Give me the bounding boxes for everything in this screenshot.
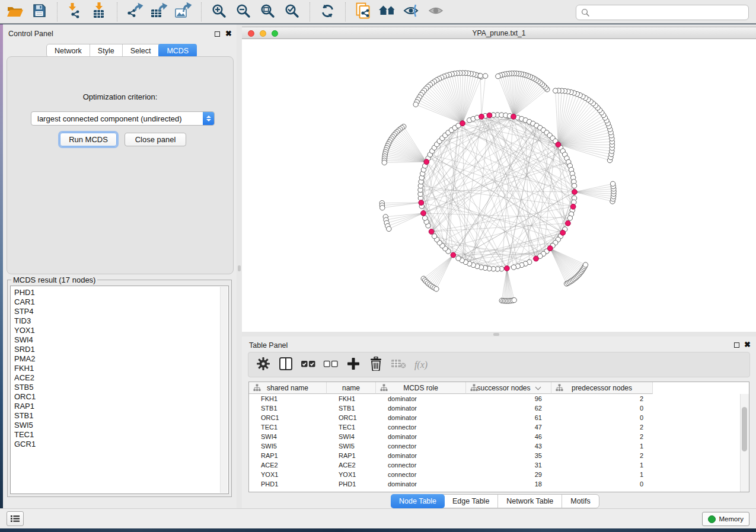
export-network-button[interactable]: [125, 2, 145, 22]
trash-button[interactable]: [367, 356, 385, 374]
zoom-in-button[interactable]: [209, 2, 229, 22]
graph-node[interactable]: [511, 265, 516, 270]
table-row[interactable]: FKH1FKH1dominator962: [249, 394, 741, 403]
graph-mcds-node[interactable]: [421, 210, 426, 216]
graph-node[interactable]: [423, 216, 428, 220]
tab-style[interactable]: Style: [90, 44, 123, 57]
graph-node[interactable]: [572, 183, 576, 188]
column-header-shared-name[interactable]: shared name: [249, 382, 327, 394]
table-row[interactable]: ACE2ACE2connector311: [249, 460, 741, 470]
table-row[interactable]: SWI5SWI5connector431: [249, 441, 741, 451]
graph-node[interactable]: [432, 234, 436, 239]
mcds-result-item[interactable]: CAR1: [11, 297, 228, 307]
refresh-layout-button[interactable]: [317, 2, 337, 22]
mcds-result-item[interactable]: GCR1: [11, 440, 228, 449]
deselect-all-button[interactable]: [322, 356, 340, 374]
mcds-result-item[interactable]: STB1: [11, 411, 228, 421]
graph-mcds-node[interactable]: [419, 200, 424, 206]
graph-mcds-node[interactable]: [479, 114, 484, 119]
vertical-splitter[interactable]: [237, 24, 242, 508]
graph-mcds-node[interactable]: [460, 121, 465, 126]
graph-mcds-node[interactable]: [556, 142, 561, 148]
save-session-button[interactable]: [29, 2, 49, 22]
table-row[interactable]: YOX1YOX1connector291: [249, 470, 741, 479]
column-header-successor-nodes[interactable]: successor nodes: [466, 382, 551, 394]
table-panel-float-button[interactable]: [734, 342, 739, 348]
mcds-result-item[interactable]: FKH1: [11, 364, 228, 373]
hide-eye-button[interactable]: [401, 2, 422, 22]
graph-mcds-node[interactable]: [424, 159, 429, 165]
graph-mcds-node[interactable]: [565, 221, 570, 226]
graph-mcds-node[interactable]: [547, 246, 553, 251]
table-scrollbar-thumb[interactable]: [742, 407, 747, 451]
graph-leaf-node[interactable]: [382, 160, 387, 165]
run-mcds-button[interactable]: Run MCDS: [60, 133, 117, 146]
tab-motifs[interactable]: Motifs: [562, 495, 598, 508]
graph-mcds-node[interactable]: [570, 204, 576, 209]
search-input[interactable]: [592, 8, 748, 17]
zoom-fit-button[interactable]: [257, 2, 277, 22]
add-button[interactable]: [344, 356, 362, 374]
table-row[interactable]: TEC1TEC1connector472: [249, 422, 741, 432]
select-all-button[interactable]: [299, 356, 317, 374]
graph-mcds-node[interactable]: [572, 190, 578, 195]
export-table-button[interactable]: [149, 2, 169, 22]
mcds-result-item[interactable]: SWI4: [11, 335, 228, 345]
graph-node[interactable]: [456, 256, 461, 261]
zoom-out-button[interactable]: [233, 2, 253, 22]
tab-mcds[interactable]: MCDS: [158, 44, 197, 57]
mcds-result-item[interactable]: RAP1: [11, 402, 228, 411]
graph-leaf-node[interactable]: [610, 181, 615, 186]
graph-leaf-node[interactable]: [483, 73, 487, 78]
mcds-result-item[interactable]: YOX1: [11, 326, 228, 335]
table-row[interactable]: SWI4SWI4dominator462: [249, 432, 741, 441]
table-row[interactable]: PHD1PHD1dominator180: [249, 479, 741, 489]
mcds-result-item[interactable]: TID3: [11, 316, 228, 326]
tab-select[interactable]: Select: [123, 44, 160, 57]
import-network-button[interactable]: [65, 2, 85, 22]
table-row[interactable]: STB1STB1dominator620: [249, 403, 741, 413]
tab-network[interactable]: Network: [47, 44, 90, 57]
column-header-name[interactable]: name: [327, 382, 376, 394]
open-folder-button[interactable]: [5, 2, 25, 22]
column-layout-button[interactable]: [277, 356, 295, 374]
network-document-button[interactable]: [353, 2, 373, 22]
import-table-button[interactable]: [89, 2, 109, 22]
graph-leaf-node[interactable]: [380, 206, 385, 210]
close-panel-button[interactable]: Close panel: [125, 133, 186, 146]
graph-leaf-node[interactable]: [434, 287, 439, 291]
graph-leaf-node[interactable]: [583, 262, 588, 267]
horizontal-splitter-handle[interactable]: [493, 333, 499, 336]
table-row[interactable]: RAP1RAP1dominator352: [249, 451, 741, 460]
mcds-result-item[interactable]: STP4: [11, 307, 228, 316]
graph-mcds-node[interactable]: [560, 230, 566, 236]
control-panel-float-button[interactable]: [215, 31, 220, 37]
graph-mcds-node[interactable]: [429, 229, 434, 235]
mcds-result-item[interactable]: ACE2: [11, 373, 228, 383]
mcds-result-item[interactable]: STB5: [11, 383, 228, 392]
gear-button[interactable]: [254, 356, 272, 374]
mcds-result-item[interactable]: ORC1: [11, 392, 228, 402]
graph-leaf-node[interactable]: [496, 74, 500, 79]
graph-leaf-node[interactable]: [553, 88, 558, 93]
mcds-result-item[interactable]: TEC1: [11, 430, 228, 440]
splitter-handle-icon[interactable]: [238, 265, 241, 271]
graph-mcds-node[interactable]: [451, 252, 456, 258]
table-scrollbar[interactable]: [740, 394, 749, 492]
column-header-predecessor-nodes[interactable]: predecessor nodes: [551, 382, 653, 394]
table-row[interactable]: ORC1ORC1dominator610: [249, 413, 741, 422]
graph-mcds-node[interactable]: [534, 256, 539, 261]
tab-edge-table[interactable]: Edge Table: [444, 495, 498, 508]
graph-mcds-node[interactable]: [487, 113, 492, 118]
graph-leaf-node[interactable]: [413, 102, 418, 107]
graph-node[interactable]: [567, 216, 572, 220]
graph-mcds-node[interactable]: [504, 266, 509, 271]
mcds-result-item[interactable]: PMA2: [11, 354, 228, 364]
network-canvas[interactable]: [242, 39, 756, 332]
mcds-result-item[interactable]: SRD1: [11, 345, 228, 354]
tab-network-table[interactable]: Network Table: [498, 495, 562, 508]
task-history-button[interactable]: [7, 511, 24, 526]
tab-node-table[interactable]: Node Table: [391, 494, 445, 508]
export-image-button[interactable]: [173, 2, 193, 22]
optimization-criterion-select[interactable]: largest connected component (undirected): [31, 111, 215, 126]
